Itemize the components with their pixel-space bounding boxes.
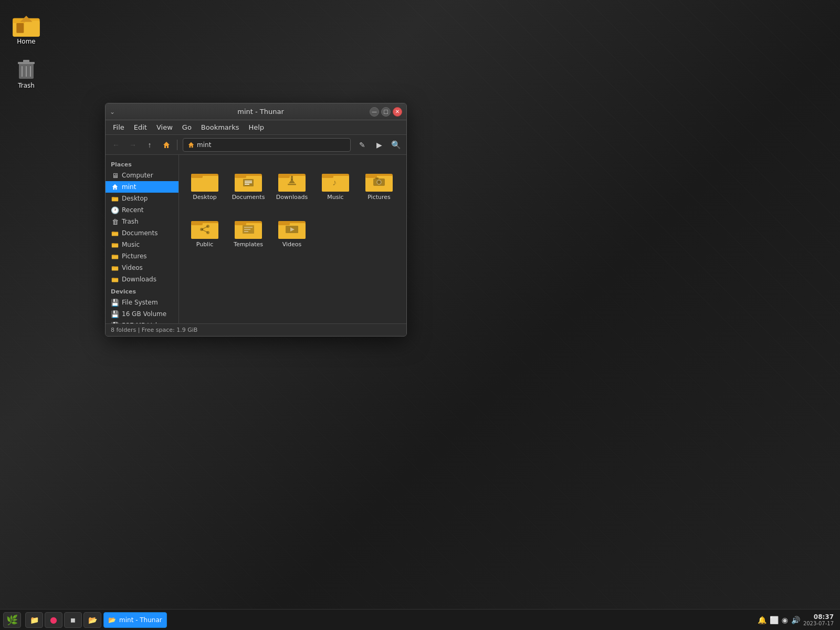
- clock-date: 2023-07-17: [803, 621, 834, 626]
- svg-rect-7: [23, 60, 29, 62]
- file-item-music[interactable]: ♪ Music: [315, 160, 356, 205]
- svg-rect-30: [112, 279, 118, 282]
- forward-button[interactable]: →: [125, 138, 140, 152]
- taskbar-bell-icon[interactable]: 🔔: [758, 616, 766, 624]
- file-item-desktop[interactable]: Desktop: [184, 160, 225, 205]
- svg-rect-16: [112, 197, 114, 198]
- file-item-documents-label: Documents: [232, 194, 265, 201]
- sidebar-item-videos[interactable]: Videos: [106, 262, 178, 274]
- sidebar-item-16gb-label: 16 GB Volume: [122, 310, 166, 318]
- svg-rect-25: [112, 255, 114, 256]
- menu-bar: File Edit View Go Bookmarks Help: [106, 120, 406, 135]
- thunar-window: ⌄ mint - Thunar — □ ✕ File Edit View Go …: [105, 103, 407, 337]
- file-item-downloads[interactable]: Downloads: [271, 160, 312, 205]
- sidebar-item-videos-label: Videos: [122, 264, 143, 271]
- svg-rect-44: [278, 174, 290, 178]
- sidebar-item-downloads[interactable]: Downloads: [106, 274, 178, 285]
- file-item-videos[interactable]: Videos: [271, 207, 312, 252]
- status-text: 8 folders | Free space: 1.9 GiB: [111, 327, 197, 333]
- sidebar-item-recent[interactable]: 🕐 Recent: [106, 204, 178, 216]
- svg-rect-37: [235, 174, 246, 178]
- sidebar-item-trash[interactable]: 🗑 Trash: [106, 216, 178, 227]
- taskbar-clock[interactable]: 08:37 2023-07-17: [803, 613, 834, 626]
- sidebar-item-desktop[interactable]: Desktop: [106, 193, 178, 204]
- file-item-desktop-label: Desktop: [193, 194, 216, 201]
- sidebar-item-recent-label: Recent: [122, 206, 143, 214]
- content-area: Places 🖥 Computer mint: [106, 155, 406, 323]
- mint-home-icon: [111, 183, 119, 191]
- file-grid: Desktop Documents: [179, 155, 406, 323]
- sidebar-item-music[interactable]: Music: [106, 239, 178, 250]
- edit-path-button[interactable]: ✎: [355, 138, 370, 152]
- svg-rect-22: [112, 243, 114, 245]
- menu-edit[interactable]: Edit: [130, 122, 151, 132]
- sidebar-item-documents[interactable]: Documents: [106, 227, 178, 239]
- sidebar-item-mint[interactable]: mint: [106, 181, 178, 193]
- svg-rect-31: [112, 278, 114, 279]
- minimize-button[interactable]: —: [370, 107, 379, 117]
- menu-help[interactable]: Help: [244, 122, 268, 132]
- taskbar-apps: 📁 ● ■ 📂: [25, 612, 101, 628]
- file-item-templates[interactable]: Templates: [228, 207, 269, 252]
- svg-marker-12: [188, 142, 194, 148]
- sidebar-item-16gb[interactable]: 💾 16 GB Volume: [106, 308, 178, 320]
- taskbar-menu-button[interactable]: 🌿: [3, 612, 21, 628]
- taskbar-volume-icon[interactable]: 🔊: [791, 616, 800, 624]
- documents-sidebar-icon: [111, 229, 119, 237]
- file-item-templates-label: Templates: [234, 241, 263, 248]
- home-toolbar-icon: [162, 141, 171, 149]
- taskbar-left: 🌿 📁 ● ■ 📂 📂 mint - Thunar: [3, 612, 167, 628]
- folder-small3-icon: [111, 241, 119, 248]
- menu-go[interactable]: Go: [178, 122, 196, 132]
- back-button[interactable]: ←: [109, 138, 123, 152]
- folder-desktop-icon: [190, 164, 219, 194]
- taskbar-firefox-button[interactable]: ●: [45, 612, 62, 628]
- svg-rect-50: [322, 174, 333, 178]
- folder-small6-icon: [111, 276, 119, 283]
- maximize-button[interactable]: □: [381, 107, 391, 117]
- sidebar-item-downloads-label: Downloads: [122, 276, 156, 283]
- svg-rect-21: [112, 244, 118, 247]
- sidebar-item-537mb[interactable]: 💾 537 MB Volume: [106, 320, 178, 323]
- sidebar-item-filesystem[interactable]: 💾 File System: [106, 297, 178, 308]
- music-sidebar-icon: [111, 240, 119, 249]
- svg-rect-47: [288, 184, 296, 185]
- sidebar-item-pictures[interactable]: Pictures: [106, 250, 178, 262]
- sidebar-item-computer[interactable]: 🖥 Computer: [106, 170, 178, 181]
- taskbar-terminal-button[interactable]: ■: [64, 612, 82, 628]
- taskbar-folder2-button[interactable]: 📂: [83, 612, 101, 628]
- file-item-pictures[interactable]: Pictures: [359, 160, 400, 205]
- menu-file[interactable]: File: [109, 122, 129, 132]
- taskbar-display-icon[interactable]: ⬜: [770, 616, 779, 624]
- breadcrumb-bar: mint: [183, 138, 351, 152]
- taskbar: 🌿 📁 ● ■ 📂 📂 mint - Thunar: [0, 609, 840, 630]
- sidebar-item-computer-label: Computer: [122, 172, 153, 179]
- sidebar-section-devices: Devices: [106, 285, 178, 297]
- folder-small5-icon: [111, 264, 119, 271]
- menu-view[interactable]: View: [152, 122, 177, 132]
- next-path-button[interactable]: ▶: [372, 138, 386, 152]
- file-item-public[interactable]: Public: [184, 207, 225, 252]
- taskbar-network-icon[interactable]: ◉: [782, 616, 788, 624]
- svg-rect-57: [375, 177, 379, 179]
- breadcrumb-home-icon: [187, 141, 195, 149]
- close-button[interactable]: ✕: [393, 107, 402, 117]
- taskbar-thunar-app[interactable]: 📂 mint - Thunar: [103, 612, 167, 628]
- svg-rect-18: [112, 233, 118, 236]
- up-button[interactable]: ↑: [142, 138, 157, 152]
- search-button[interactable]: 🔍: [388, 138, 403, 152]
- taskbar-files-button[interactable]: 📁: [25, 612, 43, 628]
- folder-small4-icon: [111, 253, 119, 260]
- home-sidebar-icon: [111, 183, 119, 191]
- file-item-documents[interactable]: Documents: [228, 160, 269, 205]
- svg-rect-33: [191, 176, 218, 192]
- desktop-icon-trash[interactable]: Trash: [5, 54, 47, 92]
- recent-icon: 🕐: [111, 206, 119, 214]
- desktop: Home Trash ⌄ mint - Thunar — □ ✕: [0, 0, 840, 630]
- menu-bookmarks[interactable]: Bookmarks: [197, 122, 244, 132]
- desktop-icon-home[interactable]: Home: [5, 5, 47, 48]
- home-button[interactable]: [159, 138, 174, 152]
- files-icon: 📁: [30, 616, 39, 624]
- sidebar-item-mint-label: mint: [122, 183, 136, 191]
- folder-small-icon: [111, 195, 119, 202]
